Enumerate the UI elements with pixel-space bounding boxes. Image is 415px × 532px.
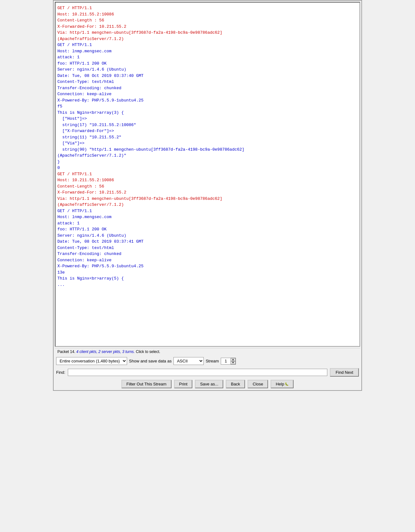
stream-line: ["X-Forwarded-For"]=> (57, 128, 358, 134)
stream-line: attack: 1 (57, 220, 358, 227)
stream-line: Server: nginx/1.4.6 (Ubuntu) (57, 66, 358, 73)
stream-content-area: GET / HTTP/1.1Host: 10.211.55.2:10086Con… (55, 2, 360, 347)
stream-line: ["Host"]=> (57, 116, 358, 122)
stream-line: Host: lnmp.mengsec.com (57, 48, 358, 55)
find-next-button[interactable]: Find Next (330, 368, 359, 377)
help-label: Help (276, 382, 284, 386)
stream-line: Date: Tue, 08 Oct 2019 03:37:40 GMT (57, 73, 358, 79)
stream-line: Connection: keep-alive (57, 91, 358, 97)
status-bar: Packet 14. 4 client pkts, 2 server pkts,… (55, 348, 360, 355)
find-label: Find: (56, 370, 65, 375)
stream-line: ... (57, 282, 358, 288)
stream-line: string(11) "10.211.55.2" (57, 134, 358, 141)
stream-line: GET / HTTP/1.1 (57, 171, 358, 177)
stream-line: Connection: keep-alive (57, 257, 358, 263)
stream-line: Content-Length : 56 (57, 17, 358, 24)
close-button[interactable]: Close (248, 380, 268, 388)
conversation-dropdown[interactable]: Entire conversation (1,480 bytes) (56, 357, 127, 365)
stream-decrement-button[interactable]: ▼ (231, 361, 236, 364)
stream-line: f5 (57, 103, 358, 110)
stream-line: Host: lnmp.mengsec.com (57, 214, 358, 220)
stream-spinbox[interactable]: 1 ▲ ▼ (221, 358, 236, 365)
print-button[interactable]: Print (174, 380, 193, 388)
bug-icon: 🐛 (285, 382, 289, 386)
stream-scroll-container[interactable]: GET / HTTP/1.1Host: 10.211.55.2:10086Con… (56, 3, 359, 346)
help-button[interactable]: Help 🐛 (271, 380, 294, 388)
controls-row2: Find: Find Next (54, 367, 361, 378)
stream-line: string(17) "10.211.55.2:10086" (57, 122, 358, 128)
stream-line: (ApacheTrafficServer/7.1.2) (57, 36, 358, 42)
stream-line: Content-Type: text/html (57, 245, 358, 251)
stream-line: Transfer-Encoding: chunked (57, 85, 358, 91)
stream-line: Date: Tue, 08 Oct 2019 03:37:41 GMT (57, 239, 358, 245)
stream-line: Via: http/1.1 mengchen-ubuntu[3ff3687d-f… (57, 196, 358, 202)
stream-spinbox-buttons: ▲ ▼ (231, 358, 236, 364)
stream-line: attack: 1 (57, 54, 358, 61)
stream-line: Transfer-Encoding: chunked (57, 251, 358, 257)
stream-line: X-Forwarded-For: 10.211.55.2 (57, 24, 358, 30)
stream-line: foo: HTTP/1.1 200 OK (57, 61, 358, 67)
stream-line: This is Nginx<br>array(3) { (57, 110, 358, 116)
stream-line: 13e (57, 269, 358, 276)
stream-line: Host: 10.211.55.2:10086 (57, 177, 358, 183)
stream-line: Content-Length : 56 (57, 183, 358, 190)
stream-line: Server: nginx/1.4.6 (Ubuntu) (57, 233, 358, 239)
stream-line: Content-Type: text/html (57, 79, 358, 85)
find-input[interactable] (68, 369, 327, 376)
encoding-dropdown[interactable]: ASCII EBCDIC Hex Dump C Arrays Raw (173, 357, 204, 365)
stream-line: GET / HTTP/1.1 (57, 42, 358, 48)
stream-line: 0 (57, 165, 358, 171)
stream-increment-button[interactable]: ▲ (231, 358, 236, 361)
stream-line: This is Nginx<br>array(5) { (57, 275, 358, 282)
stream-line: foo: HTTP/1.1 200 OK (57, 226, 358, 233)
stream-line: Via: http/1.1 mengchen-ubuntu[3ff3687d-f… (57, 30, 358, 36)
stream-line: (ApacheTrafficServer/7.1.2)" (57, 153, 358, 159)
status-text: Packet 14. 4 client pkts, 2 server pkts,… (57, 350, 160, 354)
back-button[interactable]: Back (226, 380, 245, 388)
follow-tcp-stream-window: GET / HTTP/1.1Host: 10.211.55.2:10086Con… (53, 0, 362, 391)
show-save-label: Show and save data as (129, 359, 172, 363)
stream-line: X-Powered-By: PHP/5.5.9-1ubuntu4.25 (57, 97, 358, 104)
stream-line: GET / HTTP/1.1 (57, 208, 358, 214)
stream-line: string(90) "http/1.1 mengchen-ubuntu[3ff… (57, 147, 358, 153)
stream-line: X-Forwarded-For: 10.211.55.2 (57, 189, 358, 196)
stream-input[interactable]: 1 (221, 358, 231, 364)
controls-row1: Entire conversation (1,480 bytes) Show a… (54, 355, 361, 367)
stream-line: X-Powered-By: PHP/5.5.9-1ubuntu4.25 (57, 263, 358, 269)
stream-line: (ApacheTrafficServer/7.1.2) (57, 202, 358, 208)
stream-label: Stream (206, 359, 219, 363)
stream-line: } (57, 159, 358, 165)
stream-line: ["Via"]=> (57, 140, 358, 147)
stream-line: GET / HTTP/1.1 (57, 5, 358, 11)
controls-row3: Filter Out This Stream Print Save as... … (54, 378, 361, 390)
client-pkts-text: 4 client pkts, 2 server pkts, 3 turns. (76, 350, 135, 354)
stream-line: Host: 10.211.55.2:10086 (57, 11, 358, 18)
filter-out-stream-button[interactable]: Filter Out This Stream (121, 380, 172, 388)
save-as-button[interactable]: Save as... (195, 380, 223, 388)
